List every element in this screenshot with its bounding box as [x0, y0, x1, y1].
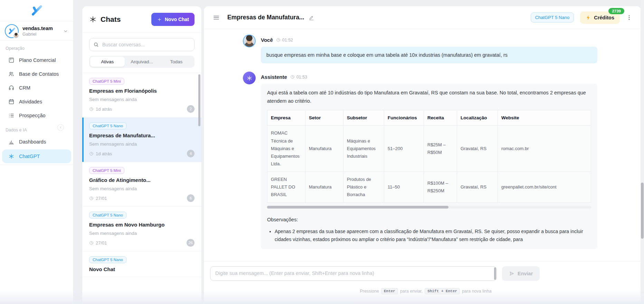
sidebar-item-base-de-contatos[interactable]: Base de Contatos [0, 67, 73, 81]
openai-icon [246, 75, 253, 81]
sidebar-section-label: Operação [0, 41, 73, 53]
table-horizontal-scrollbar[interactable] [267, 206, 591, 209]
chat-item-time: 27/01 [89, 240, 107, 246]
scrollbar-thumb[interactable] [641, 183, 644, 239]
chat-list-scrollbar[interactable] [198, 74, 200, 126]
model-badge: ChatGPT 5 Nano [89, 256, 126, 263]
hamburger-menu-icon[interactable] [213, 14, 220, 21]
sidebar-nav: OperaçãoPlano ComercialBase de ContatosC… [0, 41, 73, 163]
table-header-cell: Localização [457, 110, 498, 126]
chat-item-preview: Sem mensagens ainda [89, 186, 195, 191]
sidebar-item-dashboards[interactable]: Dashboards [0, 135, 73, 149]
assistant-message-bubble: Aqui está a tabela com até 10 indústrias… [261, 84, 597, 249]
messages-area: Você 01:52 busque empresas em minha base… [204, 29, 641, 261]
table-header-cell: Funcionários [384, 110, 424, 126]
message-count-badge: 4 [187, 150, 195, 157]
contacts-icon [8, 71, 15, 77]
chat-item-time: 27/01 [89, 196, 107, 201]
app-logo[interactable] [0, 0, 73, 21]
sidebar-item-label: CRM [19, 85, 30, 91]
user-message-bubble: busque empresas em minha base e coloque … [261, 47, 597, 63]
chat-item-title: Gráfico de Atingimento... [89, 177, 195, 183]
chat-list-item[interactable]: ChatGPT 5 NanoEmpresas em Novo HamburgoS… [82, 207, 201, 251]
conversation-panel: Empresas de Manufatura... ChatGPT 5 Nano… [204, 6, 641, 304]
tab-todas[interactable]: Todas [159, 57, 193, 67]
notes-list: Apenas 2 empresas da sua base aparecem c… [275, 228, 591, 243]
message-count-badge: 6 [187, 194, 195, 202]
user-avatar [13, 32, 19, 39]
input-scrollbar[interactable] [494, 267, 496, 280]
workspace-name: vendas.team [22, 26, 59, 31]
assistant-message: Assistente 01:53 Aqui está a tabela com … [243, 72, 597, 249]
chat-item-time: 1d atrás [89, 151, 112, 156]
credits-label: Créditos [594, 15, 614, 20]
user-avatar [243, 35, 256, 47]
scrollbar-thumb[interactable] [267, 206, 448, 209]
chat-list-panel: Chats Novo Chat AtivasArquivad...Todas C… [82, 6, 201, 304]
tab-ativas[interactable]: Ativas [90, 57, 125, 67]
shift-enter-key: Shift + Enter [425, 288, 460, 294]
clock-icon [89, 107, 94, 111]
message-count-badge: 26 [187, 239, 195, 247]
sidebar-item-label: Base de Contatos [19, 71, 59, 77]
workspace-avatar [5, 24, 19, 38]
more-options-icon[interactable] [626, 15, 632, 21]
clock-icon [290, 75, 295, 79]
new-chat-button[interactable]: Novo Chat [151, 13, 195, 26]
message-time: 01:52 [276, 38, 293, 43]
table-cell: Gravataí, RS [457, 172, 498, 202]
table-header-row: EmpresaSetorSubsetorFuncionáriosReceitaL… [267, 110, 591, 126]
sidebar-item-atividades[interactable]: Atividades [0, 95, 73, 109]
send-icon [509, 271, 514, 276]
sidebar-item-crm[interactable]: CRM [0, 81, 73, 95]
chat-item-title: Empresas de Manufatura... [89, 132, 195, 138]
clock-icon [89, 241, 94, 245]
send-button[interactable]: Enviar [502, 266, 540, 281]
chevron-down-icon [63, 28, 68, 34]
table-cell: R$25M – R$50M [424, 126, 457, 172]
chat-item-preview: Sem mensagens ainda [89, 231, 195, 236]
bolt-icon [586, 15, 591, 20]
sidebar-item-prospeccao[interactable]: Prospecção [0, 109, 73, 122]
composer: Enviar Pressione Enter para enviar, Shif… [204, 261, 641, 304]
table-header-cell: Receita [424, 110, 457, 126]
clock-icon [89, 151, 94, 156]
assistant-avatar [243, 72, 256, 84]
chat-item-preview: Sem mensagens ainda [89, 97, 195, 102]
chat-list: ChatGPT 5 MiniEmpresas em FlorianópolisS… [82, 73, 201, 304]
table-cell: Produtos de Plástico e Borracha [343, 172, 384, 202]
credits-count-badge: 2739 [608, 8, 624, 14]
clock-icon [89, 196, 94, 201]
sidebar-collapse-button[interactable] [57, 124, 64, 131]
workspace-switcher[interactable]: vendas.team Gabriel [0, 21, 73, 41]
table-cell: Máquinas e Equipamentos Industriais [343, 126, 384, 172]
message-author: Assistente [261, 74, 287, 80]
chat-list-item[interactable]: ChatGPT 5 NanoEmpresas de Manufatura...S… [82, 118, 201, 162]
chart-icon [8, 139, 15, 145]
table-header-cell: Subsetor [343, 110, 384, 126]
openai-icon [89, 16, 97, 23]
edit-title-icon[interactable] [309, 15, 314, 20]
search-input[interactable] [89, 38, 195, 51]
content-area: Chats Novo Chat AtivasArquivad...Todas C… [74, 0, 644, 304]
message-input[interactable] [210, 266, 497, 281]
table-cell: 11–50 [384, 172, 424, 202]
message-author: Você [261, 37, 273, 43]
table-cell: Gravataí, RS [457, 126, 498, 172]
note-item: Apenas 2 empresas da sua base aparecem c… [275, 228, 591, 243]
search-icon [93, 42, 99, 47]
sidebar-item-plano-comercial[interactable]: Plano Comercial [0, 53, 73, 67]
model-badge: ChatGPT 5 Nano [531, 12, 574, 22]
tab-arquivad[interactable]: Arquivad... [125, 57, 159, 67]
window-scrollbar[interactable] [641, 0, 644, 304]
credits-button[interactable]: Créditos 2739 [580, 11, 620, 24]
sidebar: vendas.team Gabriel OperaçãoPlano Comerc… [0, 0, 74, 304]
chat-list-item[interactable]: ChatGPT 5 MiniEmpresas em FlorianópolisS… [82, 73, 201, 118]
chat-list-item[interactable]: ChatGPT 5 MiniGráfico de Atingimento...S… [82, 162, 201, 207]
clock-icon [276, 38, 281, 42]
model-badge: ChatGPT 5 Nano [89, 212, 126, 219]
sidebar-item-chatgpt[interactable]: ChatGPT [2, 149, 71, 163]
chat-list-item[interactable]: ChatGPT 5 NanoNovo Chat [82, 251, 201, 277]
workspace-user: Gabriel [22, 32, 59, 37]
sidebar-item-label: Dashboards [19, 139, 46, 145]
